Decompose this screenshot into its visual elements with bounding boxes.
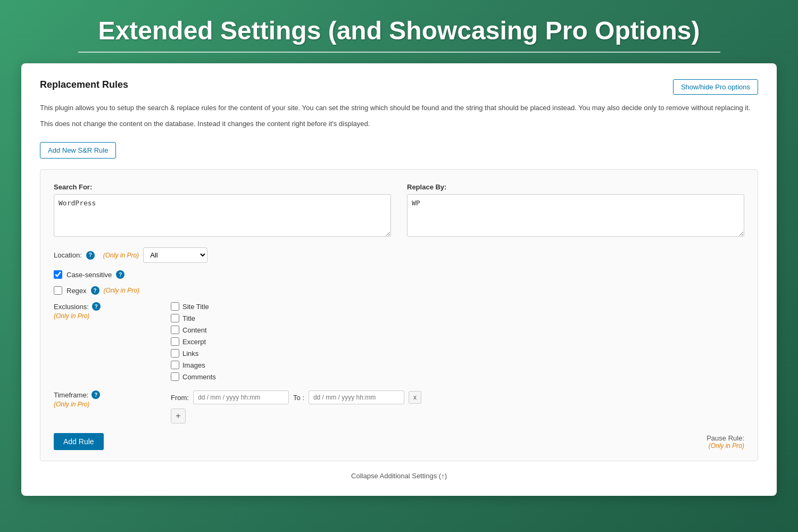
exclusion-links: Links [171, 349, 216, 358]
rule-box: Search For: WordPress Replace By: WP Loc… [40, 169, 758, 461]
page-header: Extended Settings (and Showcasing Pro Op… [21, 16, 777, 53]
exclusion-site-title-label: Site Title [182, 303, 209, 311]
rule-footer-row: Add Rule Pause Rule: (Only in Pro) [54, 433, 744, 450]
exclusion-title-checkbox[interactable] [171, 314, 179, 322]
exclusion-links-checkbox[interactable] [171, 349, 179, 358]
pause-rule-pro-only: (Only in Pro) [706, 442, 744, 450]
search-replace-row: Search For: WordPress Replace By: WP [54, 183, 744, 237]
timeframe-pro-only: (Only in Pro) [54, 401, 89, 408]
replace-by-label: Replace By: [407, 183, 744, 191]
search-for-group: Search For: WordPress [54, 183, 391, 237]
to-label: To : [293, 394, 304, 402]
exclusion-title: Title [171, 314, 216, 322]
case-sensitive-row: Case-sensitive ? [54, 270, 744, 279]
pause-rule-col: Pause Rule: (Only in Pro) [706, 434, 744, 450]
timeframe-inputs-row: From: To : x [171, 390, 421, 404]
replace-by-input[interactable]: WP [407, 194, 744, 237]
exclusions-checkboxes: Site Title Title Content Excerpt Links [171, 302, 216, 381]
exclusion-excerpt: Excerpt [171, 337, 216, 346]
search-for-label: Search For: [54, 183, 391, 191]
timeframe-label: Timeframe: [54, 391, 88, 399]
add-new-sr-rule-button[interactable]: Add New S&R Rule [40, 142, 116, 159]
exclusion-content-label: Content [182, 326, 207, 334]
case-sensitive-checkbox[interactable] [54, 270, 62, 279]
exclusion-content-checkbox[interactable] [171, 326, 179, 334]
exclusion-site-title: Site Title [171, 302, 216, 311]
case-sensitive-info-icon: ? [116, 270, 124, 279]
pause-rule-label: Pause Rule: [706, 434, 744, 442]
card-header: Replacement Rules Show/hide Pro options [40, 79, 758, 95]
replace-by-group: Replace By: WP [407, 183, 744, 237]
timeframe-controls: From: To : x + [171, 390, 421, 423]
collapse-additional-settings-link[interactable]: Collapse Additional Settings (↑) [351, 472, 447, 480]
card-title: Replacement Rules [40, 79, 128, 90]
timeframe-label-col: Timeframe: ? (Only in Pro) [54, 390, 171, 409]
location-select[interactable]: All Posts Pages Comments Custom [143, 247, 207, 263]
location-pro-only: (Only in Pro) [103, 252, 139, 259]
description-1: This plugin allows you to setup the sear… [40, 103, 758, 113]
to-input[interactable] [309, 390, 404, 404]
page-title: Extended Settings (and Showcasing Pro Op… [21, 16, 777, 45]
location-row: Location: ? (Only in Pro) All Posts Page… [54, 247, 744, 263]
exclusion-images-checkbox[interactable] [171, 361, 179, 369]
case-sensitive-label: Case-sensitive [66, 271, 112, 279]
exclusion-excerpt-label: Excerpt [182, 338, 206, 346]
regex-pro-only: (Only in Pro) [104, 287, 139, 294]
main-card: Replacement Rules Show/hide Pro options … [21, 63, 777, 496]
timeframe-info-icon: ? [92, 390, 100, 399]
from-input[interactable] [193, 390, 289, 404]
description-2: This does not change the content on the … [40, 119, 758, 129]
clear-timeframe-button[interactable]: x [409, 391, 421, 404]
exclusion-links-label: Links [182, 350, 198, 358]
regex-row: Regex ? (Only in Pro) [54, 286, 744, 295]
exclusions-row: Exclusions: ? (Only in Pro) Site Title T… [54, 302, 744, 381]
collapse-footer: Collapse Additional Settings (↑) [40, 472, 758, 480]
regex-label: Regex [66, 287, 87, 295]
exclusions-info-icon: ? [92, 302, 101, 311]
exclusions-label: Exclusions: [54, 303, 89, 311]
exclusion-title-label: Title [182, 314, 195, 322]
exclusions-pro-only: (Only in Pro) [54, 312, 89, 320]
exclusion-comments-checkbox[interactable] [171, 372, 179, 381]
regex-info-icon: ? [91, 286, 99, 295]
search-for-input[interactable]: WordPress [54, 194, 391, 237]
title-divider [78, 52, 720, 53]
exclusion-content: Content [171, 326, 216, 334]
add-rule-button[interactable]: Add Rule [54, 433, 104, 450]
exclusion-images: Images [171, 361, 216, 369]
pro-options-button[interactable]: Show/hide Pro options [673, 79, 758, 95]
location-label: Location: [54, 251, 82, 259]
from-label: From: [171, 394, 189, 402]
exclusion-site-title-checkbox[interactable] [171, 302, 179, 311]
exclusion-images-label: Images [182, 361, 205, 369]
exclusion-comments: Comments [171, 372, 216, 381]
location-info-icon: ? [86, 251, 95, 260]
timeframe-row: Timeframe: ? (Only in Pro) From: To : x … [54, 390, 744, 423]
exclusion-excerpt-checkbox[interactable] [171, 337, 179, 346]
regex-checkbox[interactable] [54, 286, 62, 295]
add-timeframe-button[interactable]: + [171, 409, 186, 423]
exclusions-label-col: Exclusions: ? (Only in Pro) [54, 302, 171, 320]
exclusion-comments-label: Comments [182, 373, 216, 381]
